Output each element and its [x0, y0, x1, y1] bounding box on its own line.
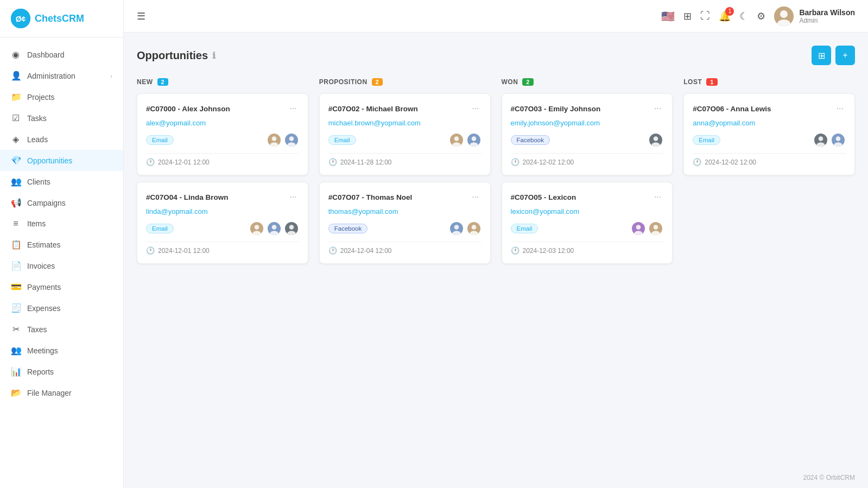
settings-icon[interactable]: ⚙ [757, 10, 765, 22]
sidebar-label-clients: Clients [27, 178, 50, 186]
card-header: #C07O03 - Emily Johnson ··· [511, 103, 664, 115]
card-title: #C07O06 - Anna Lewis [693, 105, 771, 113]
card-menu-button[interactable]: ··· [652, 103, 663, 115]
header-right: 🇺🇸 ⊞ ⛶ 🔔 1 ☾ ⚙ Barbara Wilson [661, 7, 855, 26]
logo[interactable]: Ø¢ ChetsCRM [0, 0, 123, 37]
card-tag: Email [146, 135, 174, 145]
sidebar-item-projects[interactable]: 📁 Projects [0, 86, 123, 107]
add-button[interactable]: + [835, 46, 855, 65]
card-title: #C07O03 - Emily Johnson [511, 105, 601, 113]
content-area: Opportunities ℹ ⊞ + NEW 2 #C07000 - Alex… [124, 33, 868, 467]
svg-point-6 [271, 136, 276, 141]
apps-icon[interactable]: ⊞ [683, 10, 692, 22]
sidebar-item-taxes[interactable]: ✂ Taxes [0, 319, 123, 340]
expenses-icon: 🧾 [11, 303, 21, 313]
card-title: #C07000 - Alex Johnson [146, 105, 230, 113]
card-email[interactable]: thomas@yopmail.com [328, 207, 481, 216]
card-date: 🕐 2024-11-28 12:00 [328, 158, 481, 166]
card-email[interactable]: michael.brown@yopmail.com [328, 119, 481, 127]
sidebar-item-dashboard[interactable]: ◉ Dashboard [0, 44, 123, 65]
card-avatars [631, 221, 663, 236]
sidebar-label-tasks: Tasks [27, 114, 47, 123]
sidebar-item-opportunities[interactable]: 💎 Opportunities [0, 150, 123, 171]
sidebar-item-invoices[interactable]: 📄 Invoices [0, 255, 123, 276]
hamburger-icon[interactable]: ☰ [137, 10, 145, 22]
svg-point-36 [636, 225, 641, 230]
card-tag: Email [146, 224, 174, 233]
sidebar-item-clients[interactable]: 👥 Clients [0, 171, 123, 192]
card-menu-button[interactable]: ··· [287, 103, 299, 115]
card-date-text: 2024-12-03 12:00 [523, 247, 574, 255]
card-email[interactable]: emily.johnson@yopmail.com [511, 119, 664, 127]
card-divider [146, 153, 299, 154]
col-label-proposition: PROPOSITION [319, 78, 368, 86]
svg-point-39 [654, 225, 658, 230]
card-date-text: 2024-12-02 12:00 [705, 159, 756, 166]
card-email[interactable]: anna@yopmail.com [693, 119, 846, 127]
page-actions: ⊞ + [812, 46, 855, 65]
col-header-new: NEW 2 [137, 78, 308, 86]
sidebar-item-reports[interactable]: 📊 Reports [0, 361, 123, 382]
grid-view-button[interactable]: ⊞ [812, 46, 831, 65]
user-menu[interactable]: Barbara Wilson Admin [774, 7, 855, 26]
card-menu-button[interactable]: ··· [470, 191, 481, 203]
card-header: #C07O06 - Anna Lewis ··· [693, 103, 846, 115]
card-menu-button[interactable]: ··· [834, 103, 846, 115]
mini-avatar [449, 132, 464, 148]
card-menu-button[interactable]: ··· [287, 191, 299, 203]
card-divider [328, 153, 481, 154]
mini-avatar [831, 132, 846, 148]
col-header-lost: LOST 1 [683, 78, 855, 86]
sidebar-item-meetings[interactable]: 👥 Meetings [0, 340, 123, 361]
svg-point-33 [654, 136, 658, 141]
sidebar-item-file-manager[interactable]: 📂 File Manager [0, 382, 123, 403]
sidebar-item-payments[interactable]: 💳 Payments [0, 276, 123, 297]
language-flag[interactable]: 🇺🇸 [661, 10, 675, 23]
sidebar-item-tasks[interactable]: ☑ Tasks [0, 107, 123, 129]
sidebar-item-administration[interactable]: 👤 Administration › [0, 65, 123, 86]
header: ☰ 🇺🇸 ⊞ ⛶ 🔔 1 ☾ ⚙ Barba [124, 0, 868, 33]
sidebar-item-leads[interactable]: ◈ Leads [0, 129, 123, 150]
meetings-icon: 👥 [11, 345, 21, 356]
card-email[interactable]: lexicon@yopmail.com [511, 207, 664, 216]
fullscreen-icon[interactable]: ⛶ [700, 10, 710, 22]
mini-avatar [284, 132, 299, 148]
sidebar-label-leads: Leads [27, 135, 48, 144]
info-icon[interactable]: ℹ [212, 50, 216, 61]
kanban-col-proposition: PROPOSITION 2 #C07O02 - Michael Brown ··… [319, 78, 491, 270]
card-divider [693, 153, 846, 154]
sidebar-item-expenses[interactable]: 🧾 Expenses [0, 297, 123, 319]
mini-avatar [267, 221, 282, 236]
card-email[interactable]: linda@yopmail.com [146, 207, 299, 216]
sidebar-item-items[interactable]: ≡ Items [0, 213, 123, 234]
sidebar-item-estimates[interactable]: 📋 Estimates [0, 234, 123, 255]
sidebar-label-administration: Administration [27, 72, 75, 80]
header-left: ☰ [137, 10, 145, 22]
payments-icon: 💳 [11, 282, 21, 292]
col-badge-won: 2 [522, 78, 534, 86]
card-tags: Facebook [511, 132, 664, 148]
card-date: 🕐 2024-12-03 12:00 [511, 246, 664, 255]
sidebar-label-opportunities: Opportunities [27, 156, 72, 165]
col-label-new: NEW [137, 78, 153, 86]
kanban-card: #C07O02 - Michael Brown ··· michael.brow… [319, 93, 491, 175]
card-title: #C07O07 - Thomas Noel [328, 193, 413, 201]
card-email[interactable]: alex@yopmail.com [146, 119, 299, 127]
notifications[interactable]: 🔔 1 [719, 10, 731, 22]
card-menu-button[interactable]: ··· [470, 103, 481, 115]
svg-point-18 [289, 225, 294, 230]
dark-mode-icon[interactable]: ☾ [739, 10, 748, 22]
card-divider [511, 242, 664, 242]
sidebar-label-reports: Reports [27, 367, 54, 376]
card-avatars [449, 132, 481, 148]
main-area: ☰ 🇺🇸 ⊞ ⛶ 🔔 1 ☾ ⚙ Barba [124, 0, 868, 488]
svg-point-21 [454, 136, 459, 141]
mini-avatar [466, 132, 481, 148]
kanban-col-new: NEW 2 #C07000 - Alex Johnson ··· alex@yo… [137, 78, 308, 270]
card-menu-button[interactable]: ··· [652, 191, 663, 203]
card-date: 🕐 2024-12-04 12:00 [328, 246, 481, 255]
invoices-icon: 📄 [11, 261, 21, 271]
sidebar: Ø¢ ChetsCRM ◉ Dashboard 👤 Administration… [0, 0, 124, 488]
sidebar-item-campaigns[interactable]: 📢 Campaigns [0, 192, 123, 213]
logo-text: ChetsCRM [35, 13, 84, 24]
